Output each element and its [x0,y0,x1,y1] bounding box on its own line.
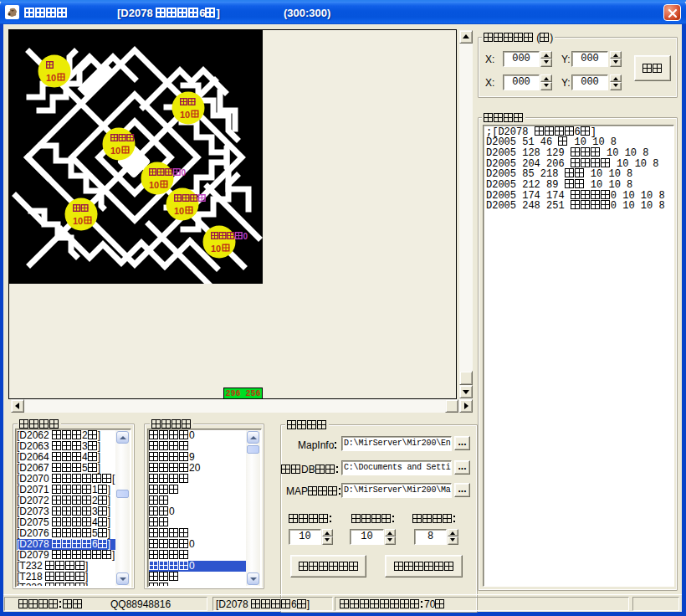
svg-text:10: 10 [174,206,184,216]
svg-text:0: 0 [181,168,186,177]
svg-text:10: 10 [73,216,83,226]
svg-text:10: 10 [180,110,190,120]
svg-text:10: 10 [110,146,120,156]
svg-text:10: 10 [211,244,221,254]
svg-text:10: 10 [149,180,159,190]
svg-text:10: 10 [46,73,56,83]
svg-text:0: 0 [243,232,248,241]
